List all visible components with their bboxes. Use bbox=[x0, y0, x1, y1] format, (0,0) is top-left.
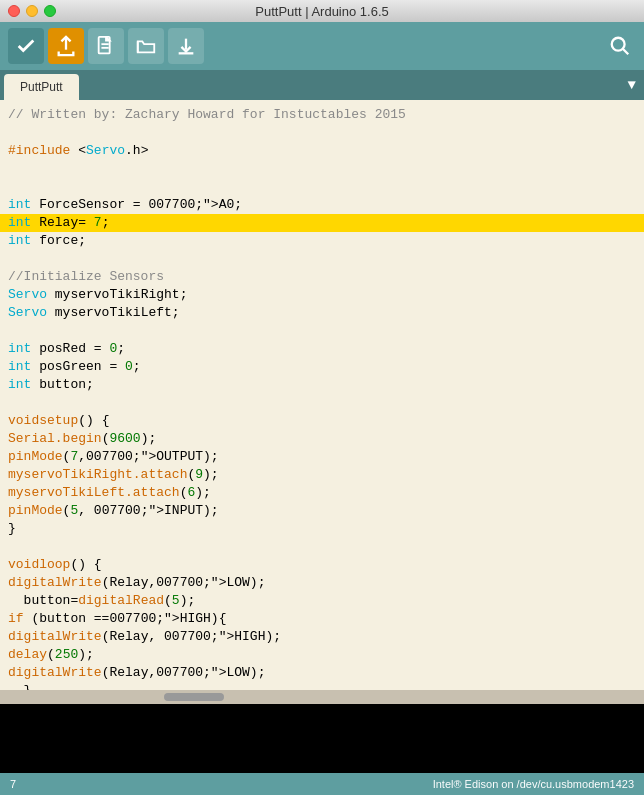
horizontal-scrollbar[interactable] bbox=[0, 690, 644, 704]
table-row: // Written by: Zachary Howard for Instuc… bbox=[0, 106, 644, 124]
table-row: button=digitalRead(5); bbox=[0, 592, 644, 610]
minimize-button[interactable] bbox=[26, 5, 38, 17]
window-title: PuttPutt | Arduino 1.6.5 bbox=[255, 4, 388, 19]
close-button[interactable] bbox=[8, 5, 20, 17]
table-row: int button; bbox=[0, 376, 644, 394]
table-row bbox=[0, 178, 644, 196]
table-row: //Initialize Sensors bbox=[0, 268, 644, 286]
svg-point-5 bbox=[612, 38, 625, 51]
table-row bbox=[0, 160, 644, 178]
table-row: digitalWrite(Relay,007700;">LOW); bbox=[0, 664, 644, 682]
table-row: Serial.begin(9600); bbox=[0, 430, 644, 448]
statusbar: 7 Intel® Edison on /dev/cu.usbmodem1423 bbox=[0, 773, 644, 795]
upload-button[interactable] bbox=[48, 28, 84, 64]
table-row: Servo myservoTikiRight; bbox=[0, 286, 644, 304]
table-row: } bbox=[0, 682, 644, 690]
table-row: Servo myservoTikiLeft; bbox=[0, 304, 644, 322]
table-row bbox=[0, 250, 644, 268]
table-row: if (button ==007700;">HIGH){ bbox=[0, 610, 644, 628]
table-row: int force; bbox=[0, 232, 644, 250]
table-row: void loop() { bbox=[0, 556, 644, 574]
table-row: pinMode(7,007700;">OUTPUT); bbox=[0, 448, 644, 466]
table-row: pinMode(5, 007700;">INPUT); bbox=[0, 502, 644, 520]
new-button[interactable] bbox=[88, 28, 124, 64]
table-row: } bbox=[0, 520, 644, 538]
table-row: int posGreen = 0; bbox=[0, 358, 644, 376]
save-button[interactable] bbox=[168, 28, 204, 64]
traffic-lights bbox=[8, 5, 56, 17]
table-row bbox=[0, 394, 644, 412]
table-row: int posRed = 0; bbox=[0, 340, 644, 358]
table-row: #include <Servo.h> bbox=[0, 142, 644, 160]
code-editor[interactable]: // Written by: Zachary Howard for Instuc… bbox=[0, 100, 644, 690]
open-button[interactable] bbox=[128, 28, 164, 64]
line-number: 7 bbox=[10, 778, 16, 790]
table-row: delay(250); bbox=[0, 646, 644, 664]
table-row: myservoTikiLeft.attach(6); bbox=[0, 484, 644, 502]
table-row: int ForceSensor = 007700;">A0; bbox=[0, 196, 644, 214]
search-button[interactable] bbox=[604, 30, 636, 62]
table-row: myservoTikiRight.attach(9); bbox=[0, 466, 644, 484]
toolbar bbox=[0, 22, 644, 70]
titlebar: PuttPutt | Arduino 1.6.5 bbox=[0, 0, 644, 22]
tab-puttputt[interactable]: PuttPutt bbox=[4, 74, 79, 100]
table-row: digitalWrite(Relay, 007700;">HIGH); bbox=[0, 628, 644, 646]
table-row: int Relay= 7; bbox=[0, 214, 644, 232]
tab-label: PuttPutt bbox=[20, 80, 63, 94]
tabbar: PuttPutt ▼ bbox=[0, 70, 644, 100]
maximize-button[interactable] bbox=[44, 5, 56, 17]
board-info: Intel® Edison on /dev/cu.usbmodem1423 bbox=[433, 778, 634, 790]
svg-line-6 bbox=[623, 49, 629, 55]
table-row: void setup() { bbox=[0, 412, 644, 430]
verify-button[interactable] bbox=[8, 28, 44, 64]
tab-dropdown[interactable]: ▼ bbox=[628, 70, 640, 100]
table-row: digitalWrite(Relay,007700;">LOW); bbox=[0, 574, 644, 592]
table-row bbox=[0, 538, 644, 556]
table-row bbox=[0, 322, 644, 340]
table-row bbox=[0, 124, 644, 142]
scrollbar-thumb[interactable] bbox=[164, 693, 224, 701]
